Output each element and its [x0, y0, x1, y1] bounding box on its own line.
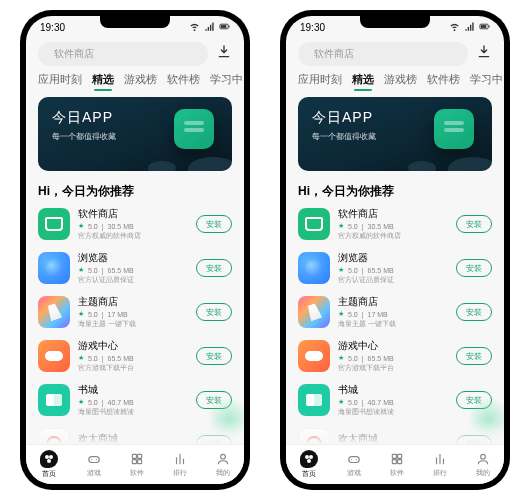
app-row[interactable]: 书城 ★ 5.0 | 40.7 MB 海量图书想读就读 安装 [38, 378, 232, 422]
featured-banner[interactable]: 今日APP 每一个都值得收藏 [298, 97, 492, 171]
tab-2[interactable]: 游戏榜 [384, 72, 417, 91]
nav-label: 首页 [302, 469, 316, 479]
banner-illustration [174, 109, 214, 149]
app-row[interactable]: 欢太商城 ★ 5.0 | 40.7 MB 安装 [298, 422, 492, 444]
svg-rect-24 [398, 459, 402, 463]
app-size: 30.5 MB [368, 223, 394, 230]
svg-rect-9 [138, 454, 142, 458]
install-button[interactable]: 安装 [196, 303, 232, 321]
install-button[interactable]: 安装 [456, 215, 492, 233]
app-size: 40.7 MB [368, 399, 394, 406]
tab-3[interactable]: 软件榜 [427, 72, 460, 91]
install-button[interactable]: 安装 [196, 215, 232, 233]
app-row[interactable]: 主题商店 ★ 5.0 | 17 MB 海量主题 一键下载 安装 [38, 290, 232, 334]
app-row[interactable]: 软件商店 ★ 5.0 | 30.5 MB 官方权威的软件商店 安装 [298, 202, 492, 246]
install-button[interactable]: 安装 [196, 347, 232, 365]
rank-icon [433, 452, 447, 467]
app-meta: 欢太商城 ★ 5.0 | 40.7 MB [338, 432, 448, 444]
svg-point-6 [91, 459, 92, 460]
signal-icon [204, 21, 215, 34]
nav-me[interactable]: 我的 [476, 452, 490, 478]
install-button[interactable]: 安装 [196, 391, 232, 409]
app-size: 30.5 MB [108, 223, 134, 230]
app-name: 软件商店 [78, 207, 188, 221]
nav-home[interactable]: 首页 [300, 450, 318, 479]
app-name: 书城 [78, 383, 188, 397]
app-size: 40.7 MB [108, 399, 134, 406]
star-icon: ★ [78, 266, 84, 274]
app-row[interactable]: 浏览器 ★ 5.0 | 65.5 MB 官方认证品质保证 安装 [38, 246, 232, 290]
install-button[interactable]: 安装 [456, 303, 492, 321]
app-row[interactable]: 游戏中心 ★ 5.0 | 65.5 MB 官方游戏下载平台 安装 [38, 334, 232, 378]
nav-rank[interactable]: 排行 [173, 452, 187, 478]
app-icon-book [298, 384, 330, 416]
app-rating: 5.0 [348, 399, 358, 406]
game-icon [87, 452, 101, 467]
app-row[interactable]: 主题商店 ★ 5.0 | 17 MB 海量主题 一键下载 安装 [298, 290, 492, 334]
featured-banner[interactable]: 今日APP 每一个都值得收藏 [38, 97, 232, 171]
search-input[interactable]: 软件商店 [298, 42, 468, 66]
tab-0[interactable]: 应用时刻 [298, 72, 342, 91]
app-name: 浏览器 [78, 251, 188, 265]
app-list[interactable]: 软件商店 ★ 5.0 | 30.5 MB 官方权威的软件商店 安装 浏览器 ★ … [26, 202, 244, 444]
wifi-icon [449, 21, 460, 34]
phone-mockup-left: 19:30 软件商店 应用时刻精选游戏榜软件榜学习中 今日APP 每一个都值得收… [20, 10, 250, 490]
tab-bar: 应用时刻精选游戏榜软件榜学习中 [26, 70, 244, 91]
tab-bar: 应用时刻精选游戏榜软件榜学习中 [286, 70, 504, 91]
app-list[interactable]: 软件商店 ★ 5.0 | 30.5 MB 官方权威的软件商店 安装 浏览器 ★ … [286, 202, 504, 444]
app-row[interactable]: 游戏中心 ★ 5.0 | 65.5 MB 官方游戏下载平台 安装 [298, 334, 492, 378]
nav-home[interactable]: 首页 [40, 450, 58, 479]
tab-1[interactable]: 精选 [352, 72, 374, 91]
star-icon: ★ [338, 266, 344, 274]
app-desc: 海量图书想读就读 [338, 407, 448, 417]
app-row[interactable]: 软件商店 ★ 5.0 | 30.5 MB 官方权威的软件商店 安装 [38, 202, 232, 246]
app-name: 主题商店 [78, 295, 188, 309]
notch [100, 16, 170, 28]
nav-label: 排行 [173, 468, 187, 478]
install-button[interactable]: 安装 [196, 259, 232, 277]
search-row: 软件商店 [26, 38, 244, 70]
search-input[interactable]: 软件商店 [38, 42, 208, 66]
app-desc: 官方游戏下载平台 [78, 363, 188, 373]
install-button[interactable]: 安装 [456, 391, 492, 409]
tab-3[interactable]: 软件榜 [167, 72, 200, 91]
svg-point-25 [480, 454, 485, 459]
tab-4[interactable]: 学习中 [210, 72, 243, 91]
nav-me[interactable]: 我的 [216, 452, 230, 478]
tab-2[interactable]: 游戏榜 [124, 72, 157, 91]
star-icon: ★ [78, 354, 84, 362]
app-meta: 浏览器 ★ 5.0 | 65.5 MB 官方认证品质保证 [338, 251, 448, 285]
download-icon[interactable] [216, 44, 232, 64]
app-row[interactable]: 欢太商城 ★ 5.0 | 40.7 MB 安装 [38, 422, 232, 444]
svg-point-7 [96, 459, 97, 460]
nav-soft[interactable]: 软件 [390, 452, 404, 478]
install-button[interactable]: 安装 [456, 347, 492, 365]
nav-game[interactable]: 游戏 [87, 452, 101, 478]
app-desc: 官方权威的软件商店 [78, 231, 188, 241]
app-desc: 海量图书想读就读 [78, 407, 188, 417]
nav-label: 我的 [476, 468, 490, 478]
nav-rank[interactable]: 排行 [433, 452, 447, 478]
app-rating: 5.0 [88, 223, 98, 230]
app-meta: 软件商店 ★ 5.0 | 30.5 MB 官方权威的软件商店 [78, 207, 188, 241]
nav-soft[interactable]: 软件 [130, 452, 144, 478]
app-size: 17 MB [108, 311, 128, 318]
app-size: 65.5 MB [368, 267, 394, 274]
install-button[interactable]: 安装 [456, 435, 492, 444]
app-row[interactable]: 浏览器 ★ 5.0 | 65.5 MB 官方认证品质保证 安装 [298, 246, 492, 290]
tab-0[interactable]: 应用时刻 [38, 72, 82, 91]
app-name: 欢太商城 [78, 432, 188, 444]
app-icon-theme [298, 296, 330, 328]
install-button[interactable]: 安装 [196, 435, 232, 444]
tab-1[interactable]: 精选 [92, 72, 114, 91]
download-icon[interactable] [476, 44, 492, 64]
nav-game[interactable]: 游戏 [347, 452, 361, 478]
game-icon [347, 452, 361, 467]
app-row[interactable]: 书城 ★ 5.0 | 40.7 MB 海量图书想读就读 安装 [298, 378, 492, 422]
app-icon-game [38, 340, 70, 372]
app-size: 65.5 MB [108, 355, 134, 362]
app-icon-game [298, 340, 330, 372]
svg-point-19 [351, 459, 352, 460]
tab-4[interactable]: 学习中 [470, 72, 503, 91]
install-button[interactable]: 安装 [456, 259, 492, 277]
